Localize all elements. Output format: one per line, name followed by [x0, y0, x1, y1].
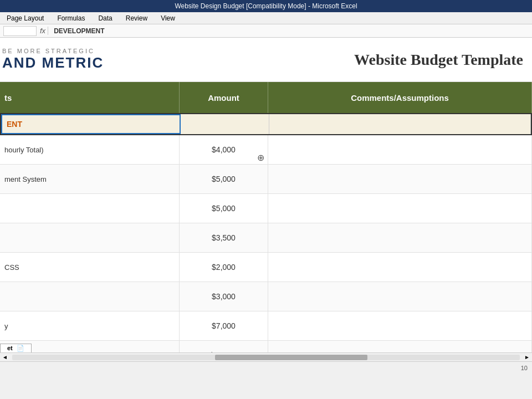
section-comment-cell[interactable] [269, 114, 531, 134]
table-row[interactable]: ment System $5,000 [0, 165, 532, 194]
formula-bar: fx DEVELOPMENT [0, 24, 532, 38]
scrollbar-track[interactable] [12, 355, 520, 360]
column-headers: ts Amount Comments/Assumptions [0, 82, 532, 113]
menu-formulas[interactable]: Formulas [55, 13, 87, 23]
row-comment-2[interactable] [268, 194, 532, 223]
col-header-amount: Amount [180, 82, 268, 113]
status-bar: 10 [0, 361, 532, 374]
row-comment-3[interactable] [268, 223, 532, 252]
row-comment-6[interactable] [268, 311, 532, 340]
table-row[interactable]: y $7,000 [0, 311, 532, 341]
menu-view[interactable]: View [158, 13, 177, 23]
col-header-comments: Comments/Assumptions [268, 82, 532, 113]
title-bar: Website Design Budget [Compatibility Mod… [0, 0, 532, 12]
scrollbar-thumb[interactable] [215, 355, 367, 360]
table-row[interactable]: hourly Total) $4,000 ⊕ [0, 135, 532, 165]
scroll-right-button[interactable]: ► [522, 354, 532, 360]
row-label-4[interactable]: CSS [0, 253, 180, 282]
section-amount-cell[interactable] [181, 114, 269, 134]
row-label-1[interactable]: ment System [0, 165, 180, 193]
cell-reference-input[interactable] [3, 26, 37, 36]
sheet-tab-active[interactable]: et 📄 [0, 344, 32, 352]
menu-page-layout[interactable]: Page Layout [4, 13, 46, 23]
section-header-row[interactable]: ENT [0, 113, 532, 135]
row-amount-3[interactable]: $3,500 [180, 223, 268, 252]
menu-review[interactable]: Review [124, 13, 150, 23]
fx-label: fx [40, 27, 48, 35]
brand-name: AND METRIC [2, 54, 104, 71]
page-indicator: 10 [521, 365, 528, 371]
sheet-icon: 📄 [17, 345, 24, 351]
row-amount-1[interactable]: $5,000 [180, 165, 268, 193]
table-row[interactable]: $3,000 [0, 282, 532, 311]
header-area: Be More Strategic AND METRIC Website Bud… [0, 38, 532, 82]
table-row[interactable]: CSS $2,000 [0, 253, 532, 282]
row-label-5[interactable] [0, 282, 180, 311]
status-bar-left [4, 365, 6, 371]
move-cursor-icon: ⊕ [257, 152, 264, 163]
table-row[interactable]: $3,500 [0, 223, 532, 253]
menu-data[interactable]: Data [96, 13, 114, 23]
title-bar-text: Website Design Budget [Compatibility Mod… [175, 2, 357, 10]
row-comment-4[interactable] [268, 253, 532, 282]
section-label-cell[interactable]: ENT [1, 114, 181, 134]
row-amount-6[interactable]: $7,000 [180, 311, 268, 340]
row-comment-5[interactable] [268, 282, 532, 311]
row-label-0[interactable]: hourly Total) [0, 135, 180, 164]
menu-bar: Page Layout Formulas Data Review View [0, 12, 532, 24]
row-comment-0[interactable] [268, 135, 532, 164]
formula-value: DEVELOPMENT [54, 27, 104, 35]
table-row[interactable]: $5,000 [0, 194, 532, 223]
sheet-tabs: et 📄 [0, 342, 33, 352]
row-label-2[interactable] [0, 194, 180, 223]
document-title: Website Budget Template [354, 51, 523, 69]
row-amount-5[interactable]: $3,000 [180, 282, 268, 311]
row-label-6[interactable]: y [0, 311, 180, 340]
brand-logo: Be More Strategic AND METRIC [2, 48, 104, 71]
row-amount-2[interactable]: $5,000 [180, 194, 268, 223]
row-comment-1[interactable] [268, 165, 532, 193]
row-amount-0[interactable]: $4,000 ⊕ [180, 135, 268, 164]
row-amount-4[interactable]: $2,000 [180, 253, 268, 282]
table-area: ts Amount Comments/Assumptions ENT hourl… [0, 82, 532, 370]
section-label: ENT [7, 120, 22, 129]
col-header-items: ts [0, 82, 180, 113]
brand-tagline: Be More Strategic [2, 48, 104, 54]
row-label-3[interactable] [0, 223, 180, 252]
horizontal-scrollbar[interactable]: ◄ ► [0, 352, 532, 361]
scroll-left-button[interactable]: ◄ [0, 354, 10, 360]
spreadsheet-area: Be More Strategic AND METRIC Website Bud… [0, 38, 532, 374]
